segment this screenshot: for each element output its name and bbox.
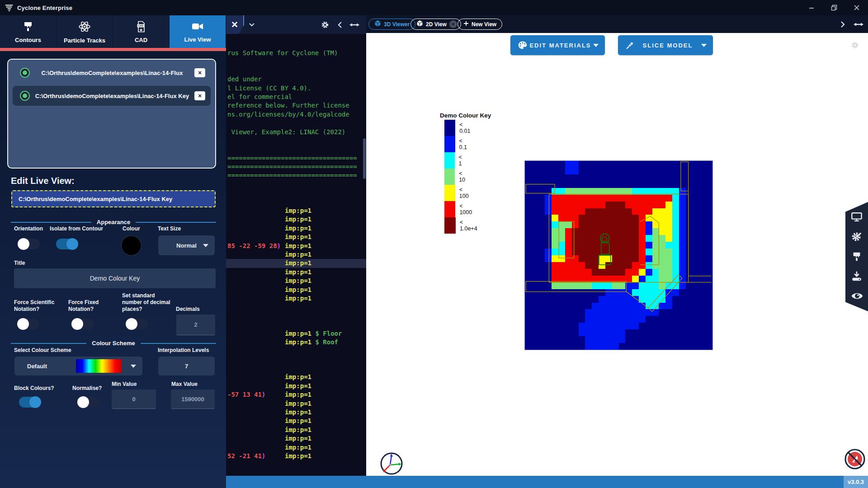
close-console-button[interactable]: ✕ xyxy=(226,15,244,34)
remove-file-button[interactable]: ✕ xyxy=(194,91,205,100)
text-size-label: Text Size xyxy=(158,225,181,232)
std-decimals-toggle[interactable] xyxy=(126,319,148,329)
gear-icon[interactable] xyxy=(319,15,331,34)
live-view-path-input[interactable]: C:\Orthrus\demoComplete\examples\Linac-1… xyxy=(11,190,216,207)
title-input[interactable]: Demo Colour Key xyxy=(14,268,216,288)
colour-swatch[interactable] xyxy=(122,236,141,255)
console-line: ================================== xyxy=(226,171,366,180)
console-line: imp:p=1 xyxy=(226,426,366,434)
console-line: imp:p=1 xyxy=(226,250,366,259)
std-decimals-label: Set standard xyxy=(122,292,155,299)
max-value-input[interactable]: 1590000 xyxy=(171,389,215,409)
cube-icon xyxy=(416,20,423,28)
console-line: imp:p=1 xyxy=(226,224,366,233)
close-tab-icon[interactable]: ✕ xyxy=(449,20,457,28)
console-line xyxy=(226,364,366,373)
text-size-select[interactable]: Normal xyxy=(158,235,215,255)
resize-horizontal-icon[interactable] xyxy=(348,15,361,34)
settings-wrench-icon[interactable] xyxy=(851,231,863,243)
tab-particle-tracks[interactable]: Particle Tracks xyxy=(57,15,113,48)
block-colours-toggle[interactable] xyxy=(19,397,41,408)
legend-label: < 100 xyxy=(459,187,471,199)
palette-icon xyxy=(518,41,528,50)
live-view-file-list: C:\Orthrus\demoComplete\examples\Linac-1… xyxy=(7,59,216,169)
console-line: ns.org/licenses/by/4.0/legalcode xyxy=(226,110,366,119)
display-icon[interactable] xyxy=(851,211,863,223)
console-line: rus Software for Cyclone (TM) xyxy=(226,49,366,57)
console-line: el for commercial xyxy=(226,93,366,101)
chevron-down-icon[interactable] xyxy=(246,15,258,34)
console-line xyxy=(226,320,366,329)
isolate-from-contour-toggle[interactable] xyxy=(56,239,78,249)
close-window-button[interactable] xyxy=(845,0,868,15)
chevron-left-icon[interactable] xyxy=(335,15,344,34)
tab-live-view[interactable]: Live View xyxy=(170,15,226,48)
remove-file-button[interactable]: ✕ xyxy=(194,68,205,77)
cad-file-icon: CAD xyxy=(135,20,147,35)
console-line: imp:p=1 xyxy=(226,373,366,381)
tracks-disabled-button[interactable] xyxy=(844,448,866,470)
axis-orientation-gizmo[interactable] xyxy=(380,452,403,475)
console-line xyxy=(226,145,366,154)
console-line: Viewer, Example2: LINAC (2022) xyxy=(226,128,366,136)
edit-live-view-panel: C:\Orthrus\demoComplete\examples\Linac-1… xyxy=(0,51,226,488)
tab-2d-view[interactable]: 2D View ✕ xyxy=(410,19,461,30)
interpolation-levels-input[interactable]: 7 xyxy=(158,357,215,375)
console-line: ================================== xyxy=(226,163,366,171)
viewer-canvas[interactable]: EDIT MATERIALS SLICE MODEL Demo Colour K… xyxy=(366,33,868,476)
file-list-item-selected[interactable]: C:\Orthrus\demoComplete\examples\Linac-1… xyxy=(13,86,211,106)
console-line: -57 13 41)imp:p=1 xyxy=(226,390,366,399)
minimize-button[interactable] xyxy=(800,0,823,15)
tab-3d-viewer[interactable]: 3D Viewer xyxy=(368,19,415,30)
legend-swatch xyxy=(444,120,455,136)
edit-materials-button[interactable]: EDIT MATERIALS xyxy=(510,35,605,55)
tab-cad[interactable]: CAD CAD xyxy=(113,15,170,48)
console-output[interactable]: rus Software for Cyclone (TM)ded underl … xyxy=(226,34,366,476)
paintbrush-icon[interactable] xyxy=(851,251,863,263)
console-scrollbar[interactable] xyxy=(363,138,366,179)
console-line: imp:p=1 xyxy=(226,434,366,443)
console-line: imp:p=1 xyxy=(226,286,366,294)
tab-contours[interactable]: Contours xyxy=(0,15,57,48)
console-line: imp:p=1 xyxy=(226,294,366,303)
slice-model-button[interactable]: SLICE MODEL xyxy=(618,35,713,55)
force-scientific-toggle[interactable] xyxy=(18,319,39,329)
status-bar: v3.0.3 xyxy=(226,476,868,488)
min-value-input[interactable]: 0 xyxy=(112,389,156,409)
flux-heatmap-view[interactable] xyxy=(524,160,713,350)
normalise-toggle[interactable] xyxy=(78,397,99,408)
colour-scheme-select[interactable]: Default xyxy=(14,357,142,375)
viewer-settings-gear-icon[interactable] xyxy=(851,41,859,51)
console-line: imp:p=1 $ Floor xyxy=(226,329,366,338)
block-colours-label: Block Colours? xyxy=(14,385,54,391)
file-list-item[interactable]: C:\Orthrus\demoComplete\examples\Linac-1… xyxy=(13,63,211,82)
orientation-toggle[interactable] xyxy=(18,239,40,249)
console-line: ================================== xyxy=(226,154,366,163)
interpolation-label: Interpolation Levels xyxy=(158,347,209,353)
legend-item: < 10 xyxy=(444,169,468,185)
console-line: imp:p=1 xyxy=(226,268,366,277)
decimals-input[interactable]: 2 xyxy=(176,314,215,335)
force-fixed-toggle[interactable] xyxy=(72,319,94,329)
cyclone-logo-icon xyxy=(5,3,14,12)
chevron-right-icon[interactable] xyxy=(841,15,845,33)
eye-icon[interactable] xyxy=(851,291,863,301)
tab-new-view[interactable]: New View xyxy=(458,19,502,30)
legend-swatch xyxy=(444,136,455,152)
resize-horizontal-icon[interactable] xyxy=(854,15,863,33)
legend-swatch xyxy=(444,152,455,169)
console-line xyxy=(226,119,366,127)
console-line: imp:p=1 $ Roof xyxy=(226,338,366,347)
main-toolbar-tabs: Contours Particle Tracks CAD CAD Live Vi… xyxy=(0,15,226,48)
console-line xyxy=(226,189,366,197)
download-icon[interactable] xyxy=(851,271,863,282)
radio-selected-icon[interactable] xyxy=(20,68,30,78)
radio-selected-icon[interactable] xyxy=(20,91,30,101)
app-title: Cyclone Enterprise xyxy=(17,5,72,11)
console-line: imp:p=1 xyxy=(226,399,366,408)
console-line: 52 -21 41)imp:p=1 xyxy=(226,452,366,460)
legend-item: < 0.1 xyxy=(444,136,469,152)
legend-item: < 1.0e+4 xyxy=(444,217,479,234)
maximize-button[interactable] xyxy=(823,0,845,15)
colour-scheme-gradient xyxy=(76,359,122,373)
